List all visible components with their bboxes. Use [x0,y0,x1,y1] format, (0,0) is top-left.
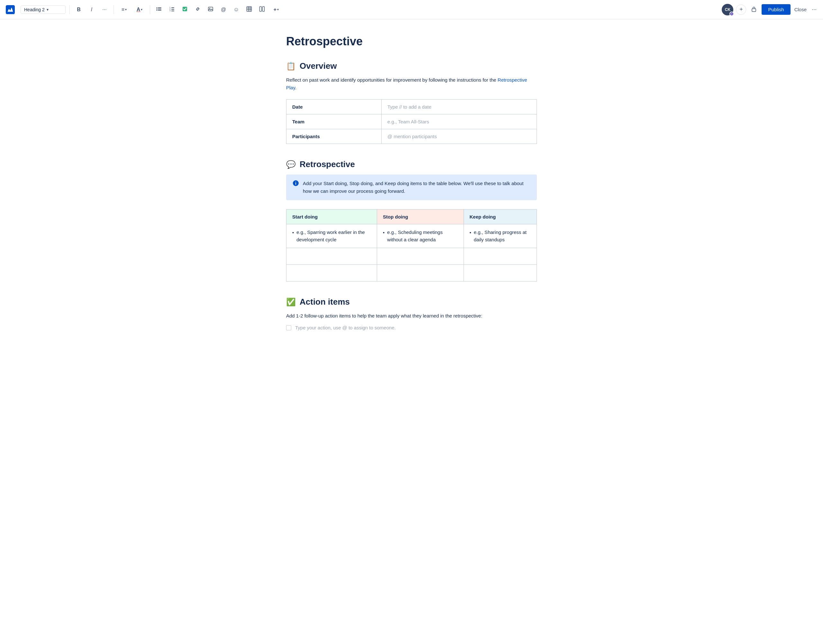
retro-table-row[interactable]: e.g., Sparring work earlier in the devel… [286,224,537,248]
layout-button[interactable] [257,5,267,15]
add-collaborator-button[interactable]: + [736,5,746,15]
avatar[interactable]: CK c [722,4,733,15]
more-format-button[interactable]: ··· [99,5,110,15]
retro-cell-stop[interactable]: e.g., Scheduling meetings without a clea… [377,224,464,248]
svg-rect-7 [171,8,174,8]
retro-cell-keep[interactable] [464,265,537,282]
info-table-label: Participants [286,129,382,144]
retro-table-row[interactable] [286,265,537,282]
info-table-value[interactable]: @ mention participants [382,129,537,144]
svg-rect-9 [171,9,174,10]
table-button[interactable] [244,5,254,15]
page-title[interactable]: Retrospective [286,35,537,48]
insert-more-button[interactable]: + ▾ [270,5,283,15]
retro-cell-start[interactable]: e.g., Sparring work earlier in the devel… [286,224,377,248]
retro-table-header: Start doing Stop doing Keep doing [286,210,537,224]
svg-point-4 [157,10,158,11]
info-box-text: Add your Start doing, Stop doing, and Ke… [303,179,530,195]
align-button[interactable]: ≡ ▾ [118,5,131,15]
action-items-emoji: ✅ [286,297,296,307]
bullet-list-icon [156,6,162,13]
text-color-icon: A [137,7,140,12]
svg-rect-21 [263,6,264,11]
retro-cell-keep[interactable]: e.g., Sharing progress at daily standups [464,224,537,248]
info-table-label: Date [286,100,382,114]
task-button[interactable] [180,5,190,15]
link-button[interactable] [193,5,203,15]
overview-section: 📋 Overview Reflect on past work and iden… [286,61,537,144]
retrospective-table: Start doing Stop doing Keep doing e.g., … [286,209,537,282]
svg-rect-11 [171,11,174,11]
retrospective-heading-text: Retrospective [299,159,355,169]
more-options-button[interactable]: ··· [811,5,818,14]
heading-selector[interactable]: Heading 2 ▾ [21,5,66,14]
close-button[interactable]: Close [793,4,808,15]
action-checkbox[interactable] [286,325,291,330]
info-table-value[interactable]: e.g., Team All-Stars [382,114,537,129]
insert-plus-icon: + [273,7,276,12]
image-button[interactable] [206,5,216,15]
retrospective-heading: 💬 Retrospective [286,159,537,169]
svg-rect-22 [752,9,756,12]
retro-cell-stop[interactable] [377,265,464,282]
text-color-chevron: ▾ [141,8,143,11]
toolbar: Heading 2 ▾ B I ··· ≡ ▾ A ▾ [0,0,823,19]
retrospective-emoji: 💬 [286,160,296,169]
info-table-row[interactable]: Participants@ mention participants [286,129,537,144]
image-icon [208,6,213,13]
svg-rect-24 [295,182,296,185]
bullet-list-button[interactable] [154,5,164,15]
action-items-heading-text: Action items [299,297,350,307]
overview-emoji: 📋 [286,62,296,71]
info-table-row[interactable]: DateType // to add a date [286,100,537,114]
info-icon [293,180,299,188]
svg-rect-1 [158,8,161,8]
bold-button[interactable]: B [74,5,84,15]
info-table-row[interactable]: Teame.g., Team All-Stars [286,114,537,129]
insert-chevron-icon: ▾ [277,8,279,11]
emoji-button[interactable]: ☺ [231,5,241,15]
heading-selector-label: Heading 2 [24,7,45,12]
action-items-section: ✅ Action items Add 1-2 follow-up action … [286,297,537,330]
layout-icon [259,6,265,13]
svg-point-0 [157,7,158,8]
svg-rect-15 [247,6,252,11]
svg-rect-25 [295,182,296,182]
svg-rect-20 [260,6,262,11]
svg-rect-13 [208,7,213,11]
col-header-keep: Keep doing [464,210,537,224]
avatar-badge: c [729,12,734,16]
retro-cell-start[interactable] [286,248,377,265]
italic-button[interactable]: I [86,5,97,15]
numbered-list-button[interactable]: 1. 2. 3. [167,5,177,15]
action-checkbox-label: Type your action, use @ to assign to som… [295,325,396,330]
svg-rect-5 [158,10,161,11]
info-table-value[interactable]: Type // to add a date [382,100,537,114]
heading-selector-chevron: ▾ [47,8,49,12]
divider-3 [150,5,150,14]
overview-table: DateType // to add a dateTeame.g., Team … [286,99,537,144]
col-header-stop: Stop doing [377,210,464,224]
align-chevron: ▾ [125,8,127,11]
info-box: Add your Start doing, Stop doing, and Ke… [286,175,537,200]
toolbar-right: CK c + Publish Close ··· [722,4,818,15]
retro-cell-start[interactable] [286,265,377,282]
publish-button[interactable]: Publish [762,4,790,15]
svg-rect-3 [158,9,161,9]
retro-table-row[interactable] [286,248,537,265]
lock-button[interactable] [749,5,759,15]
bullet-keep: e.g., Sharing progress at daily standups [470,229,531,243]
app-logo [5,5,15,15]
text-color-button[interactable]: A ▾ [133,5,146,15]
mention-button[interactable]: @ [218,5,229,15]
retro-cell-keep[interactable] [464,248,537,265]
retro-cell-stop[interactable] [377,248,464,265]
action-items-heading: ✅ Action items [286,297,537,307]
overview-heading: 📋 Overview [286,61,537,71]
bullet-stop: e.g., Scheduling meetings without a clea… [383,229,458,243]
divider-2 [114,5,114,14]
bullet-start: e.g., Sparring work earlier in the devel… [292,229,371,243]
lock-icon [751,6,757,14]
action-checkbox-row[interactable]: Type your action, use @ to assign to som… [286,325,537,330]
overview-description: Reflect on past work and identify opport… [286,76,537,92]
